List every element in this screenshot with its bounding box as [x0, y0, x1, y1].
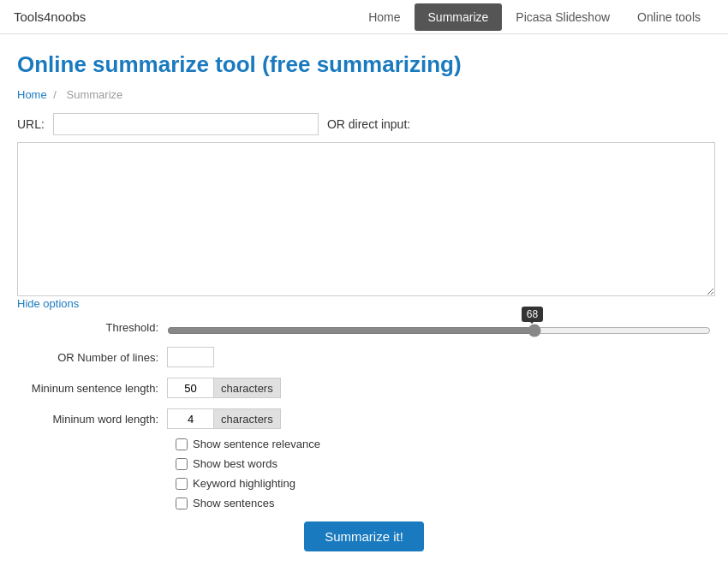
checkbox-keyword-row: Keyword highlighting — [176, 477, 711, 490]
hide-options-link[interactable]: Hide options — [17, 297, 79, 310]
checkbox-keyword[interactable] — [176, 478, 188, 490]
min-word-suffix: characters — [214, 408, 281, 429]
lines-row: OR Number of lines: — [17, 345, 711, 369]
page-title: Online summarize tool (free summarizing) — [17, 51, 711, 78]
checkbox-relevance-label: Show sentence relevance — [193, 438, 320, 450]
nav-summarize[interactable]: Summarize — [415, 3, 503, 31]
direct-input-textarea[interactable] — [17, 142, 715, 296]
site-logo: Tools4noobs — [14, 9, 355, 24]
nav-online-tools[interactable]: Online tools — [624, 3, 714, 31]
checkbox-bestwords-row: Show best words — [176, 457, 711, 470]
threshold-slider[interactable] — [167, 324, 711, 337]
or-direct-label: OR direct input: — [327, 117, 410, 131]
threshold-label: Threshold: — [17, 321, 167, 334]
min-word-input[interactable] — [167, 408, 214, 429]
min-sentence-input[interactable] — [167, 378, 214, 398]
breadcrumb-current: Summarize — [67, 88, 123, 101]
url-row: URL: OR direct input: — [17, 113, 711, 135]
min-word-label: Mininum word length: — [17, 413, 167, 426]
checkbox-relevance-row: Show sentence relevance — [176, 438, 711, 450]
nav-bar: Tools4noobs Home Summarize Picasa Slides… — [0, 0, 728, 34]
lines-input[interactable] — [167, 347, 214, 367]
breadcrumb-home[interactable]: Home — [17, 88, 47, 101]
threshold-tooltip: 68 — [522, 307, 543, 322]
main-content: Online summarize tool (free summarizing)… — [0, 34, 728, 569]
threshold-row: Threshold: 68 — [17, 315, 711, 340]
checkbox-sentences[interactable] — [176, 498, 188, 509]
min-word-row: Mininum word length: characters — [17, 407, 711, 431]
checkbox-bestwords-label: Show best words — [193, 457, 277, 470]
lines-label: OR Number of lines: — [17, 351, 167, 364]
nav-links: Home Summarize Picasa Slideshow Online t… — [355, 3, 714, 31]
checkbox-relevance[interactable] — [176, 438, 188, 450]
threshold-slider-wrap: 68 — [167, 315, 711, 340]
url-input[interactable] — [53, 113, 319, 135]
min-sentence-suffix: characters — [214, 378, 281, 398]
url-label: URL: — [17, 117, 45, 131]
breadcrumb-separator: / — [53, 88, 57, 101]
breadcrumb: Home / Summarize — [17, 88, 711, 101]
nav-picasa[interactable]: Picasa Slideshow — [502, 3, 624, 31]
checkbox-bestwords[interactable] — [176, 458, 188, 470]
checkbox-keyword-label: Keyword highlighting — [193, 477, 295, 490]
nav-home[interactable]: Home — [355, 3, 414, 31]
min-sentence-row: Mininum sentence length: characters — [17, 376, 711, 400]
checkbox-sentences-row: Show sentences — [176, 497, 711, 509]
min-sentence-label: Mininum sentence length: — [17, 382, 167, 395]
checkbox-sentences-label: Show sentences — [193, 497, 274, 509]
summarize-button[interactable]: Summarize it! — [304, 521, 424, 551]
